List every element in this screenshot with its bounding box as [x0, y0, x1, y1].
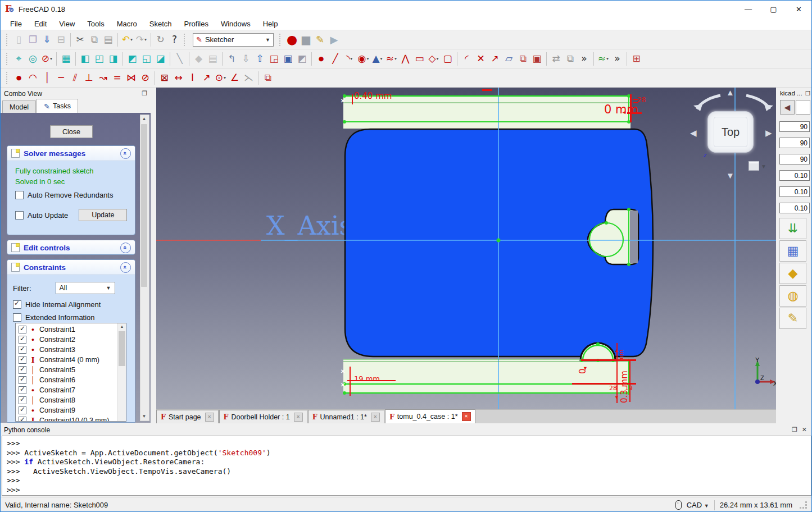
- constraint-item[interactable]: ●Constraint2: [16, 335, 118, 345]
- 3d-viewport[interactable]: X_Axis: [156, 88, 776, 409]
- close-task-button[interactable]: Close: [50, 125, 93, 138]
- view-right-icon[interactable]: ◨: [106, 52, 120, 66]
- tab-close-icon[interactable]: ✕: [294, 413, 303, 422]
- bspline-overflow-icon[interactable]: »: [610, 52, 624, 66]
- toolbar-grip[interactable]: [184, 34, 187, 46]
- menu-profiles[interactable]: Profiles: [178, 19, 215, 29]
- cut-icon[interactable]: ✂: [73, 33, 87, 47]
- open-file-icon[interactable]: ❒: [26, 33, 40, 47]
- toolbar-grip[interactable]: [6, 34, 10, 46]
- carbon-copy-icon[interactable]: ⧉: [516, 52, 530, 66]
- reorient-sketch-icon[interactable]: ◩: [295, 52, 309, 66]
- view-sketch-icon[interactable]: ◲: [267, 52, 281, 66]
- redo-icon[interactable]: ↷▾: [134, 33, 148, 47]
- create-part-icon[interactable]: ◆: [192, 52, 206, 66]
- tab-close-icon[interactable]: ✕: [205, 413, 214, 422]
- tab-close-icon[interactable]: ✕: [462, 412, 471, 421]
- view-left-icon[interactable]: ◪: [153, 52, 167, 66]
- constrain-distance-icon[interactable]: ↗: [199, 71, 214, 85]
- constraint-item[interactable]: ●Constraint9: [16, 405, 118, 415]
- menu-view[interactable]: View: [53, 19, 81, 29]
- constraint-item[interactable]: │Constraint5: [16, 365, 118, 375]
- constraint-checkbox[interactable]: [19, 346, 26, 354]
- constrain-tangent-icon[interactable]: ↝: [96, 71, 110, 85]
- constraint-item[interactable]: │Constraint8: [16, 395, 118, 405]
- undo-icon[interactable]: ↶▾: [120, 33, 134, 47]
- constraint-checkbox[interactable]: [19, 386, 26, 394]
- sketch-bottom-strip[interactable]: [343, 359, 630, 393]
- paste-icon[interactable]: ▤: [101, 33, 115, 47]
- tab-close-icon[interactable]: ✕: [371, 413, 380, 422]
- rotate-right-icon[interactable]: ▶: [765, 128, 772, 138]
- create-polygon-icon[interactable]: ◇▾: [427, 52, 441, 66]
- constraint-item[interactable]: IConstraint10 (0.3 mm): [16, 415, 118, 422]
- dimension-label[interactable]: 0.40 mm: [354, 92, 392, 100]
- view-bottom-icon[interactable]: ◱: [139, 52, 153, 66]
- dimension-label[interactable]: mm: [618, 350, 624, 362]
- edit-controls-header[interactable]: Edit controls «: [7, 240, 135, 255]
- constraint-checkbox[interactable]: [19, 376, 26, 384]
- tasks-scrollbar[interactable]: ▲ ▼: [140, 115, 149, 421]
- extended-information-checkbox[interactable]: [13, 313, 21, 322]
- toolbar-grip[interactable]: [6, 53, 10, 65]
- auto-remove-redundants-checkbox[interactable]: [15, 191, 24, 199]
- python-console-input[interactable]: >>> >>> ActiveSketch = App.ActiveDocumen…: [2, 436, 811, 496]
- kicad-back-button[interactable]: ◀: [780, 100, 795, 115]
- map-sketch-icon[interactable]: ▣: [281, 52, 295, 66]
- fit-all-icon[interactable]: ⌖: [12, 52, 26, 66]
- constraint-checkbox[interactable]: [19, 356, 26, 364]
- refresh-icon[interactable]: ↻: [153, 33, 167, 47]
- export-board-icon[interactable]: ◆: [779, 263, 806, 284]
- constraint-filter-select[interactable]: All ▼: [56, 282, 115, 294]
- bspline-tools-icon[interactable]: ≈▾: [596, 52, 610, 66]
- scroll-down-icon[interactable]: ▼: [140, 413, 148, 420]
- macro-stop-icon[interactable]: ■: [299, 33, 313, 47]
- dimension-label[interactable]: 19: [625, 385, 633, 391]
- dimension-label[interactable]: 0: [579, 368, 587, 374]
- draw-style-icon[interactable]: ⊘▾: [40, 52, 54, 66]
- float-panel-icon[interactable]: ❐: [142, 90, 147, 97]
- export-step-icon[interactable]: ◍: [779, 285, 806, 307]
- edit-settings-icon[interactable]: ✎: [779, 308, 806, 329]
- kicad-field-4[interactable]: [779, 170, 810, 181]
- dimension-label[interactable]: 28: [637, 97, 646, 103]
- menu-windows[interactable]: Windows: [215, 19, 257, 29]
- create-slot-icon[interactable]: ▢: [441, 52, 455, 66]
- load-3d-model-icon[interactable]: ▦: [779, 240, 806, 262]
- navigation-cube[interactable]: ▲ ▼ ◀ ▶ Top z ▼: [689, 90, 776, 181]
- constrain-angle-icon[interactable]: ∠: [228, 71, 242, 85]
- update-button[interactable]: Update: [79, 209, 127, 221]
- collapse-icon[interactable]: «: [120, 262, 131, 273]
- kicad-field-1[interactable]: [779, 121, 810, 132]
- dimension-label[interactable]: 0 mm: [604, 104, 638, 116]
- toolbar-grip[interactable]: [6, 72, 10, 84]
- workbench-selector[interactable]: ✎ Sketcher ▼: [193, 33, 274, 47]
- kicad-blank-button[interactable]: [796, 100, 810, 115]
- scrollbar-thumb[interactable]: [141, 124, 147, 287]
- toggle-driving-constraint-icon[interactable]: ⧉: [261, 71, 275, 85]
- x-axis-datum-label[interactable]: X_Axis: [266, 211, 352, 241]
- collapse-icon[interactable]: «: [120, 148, 131, 159]
- whats-this-icon[interactable]: ?: [167, 33, 182, 47]
- rotate-down-icon[interactable]: ▼: [726, 171, 734, 180]
- constraint-checkbox[interactable]: [19, 396, 26, 404]
- constrain-horizontal-icon[interactable]: ─: [54, 71, 68, 85]
- create-fillet-icon[interactable]: ◜: [460, 52, 474, 66]
- document-tab-unnamed1-1[interactable]: FUnnamed1 : 1*✕: [308, 410, 384, 423]
- nav-menu-caret-icon[interactable]: ▼: [761, 163, 766, 170]
- create-rectangle-icon[interactable]: ▭: [412, 52, 427, 66]
- kicad-field-6[interactable]: [779, 203, 810, 213]
- constrain-snell-icon[interactable]: ⋋: [242, 71, 256, 85]
- constrain-vertical-distance-icon[interactable]: I: [185, 71, 199, 85]
- constraint-item[interactable]: │Constraint6: [16, 375, 118, 385]
- constrain-vertical-icon[interactable]: │: [40, 71, 54, 85]
- view-top-icon[interactable]: ◰: [92, 52, 106, 66]
- resize-grip[interactable]: [800, 501, 807, 509]
- constrain-parallel-icon[interactable]: ⫽: [68, 71, 82, 85]
- constrain-coincident-icon[interactable]: ●: [12, 71, 26, 85]
- auto-update-checkbox[interactable]: [15, 211, 24, 220]
- measure-distance-icon[interactable]: ╲: [173, 52, 187, 66]
- nav-cube-top-face[interactable]: Top: [707, 111, 754, 153]
- menu-help[interactable]: Help: [257, 19, 284, 29]
- constraints-header[interactable]: Constraints «: [7, 260, 135, 275]
